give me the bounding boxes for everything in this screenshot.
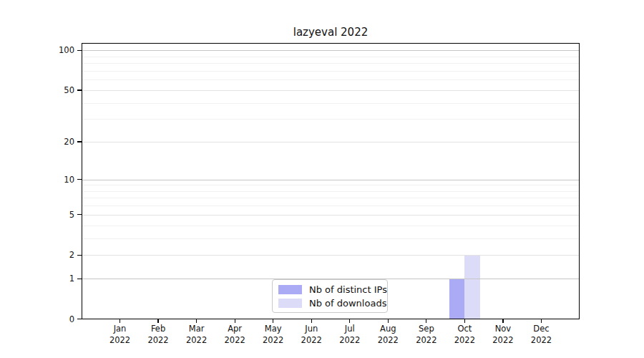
gridline-minor [82, 119, 580, 120]
x-tick-mark [388, 319, 389, 323]
y-tick-mark [77, 279, 82, 279]
x-tick-label: May 2022 [263, 323, 283, 346]
x-tick-label: Jul 2022 [339, 323, 360, 346]
x-tick-mark [119, 319, 120, 323]
y-tick-mark [77, 179, 82, 180]
bar-nb-of-distinct-ips [449, 279, 464, 319]
y-tick-label: 0 [40, 314, 74, 324]
gridline-minor [82, 63, 580, 64]
y-tick-mark [77, 214, 82, 215]
x-tick-label: Aug 2022 [378, 323, 399, 346]
gridline [82, 255, 580, 256]
gridline-minor [82, 238, 580, 239]
x-tick-label: Oct 2022 [454, 323, 475, 346]
legend-swatch-downloads [278, 299, 302, 308]
y-tick-label: 100 [40, 45, 74, 55]
gridline-minor [82, 185, 580, 185]
gridline-minor [82, 79, 580, 80]
y-tick-label: 5 [40, 210, 74, 220]
gridline-minor [82, 57, 580, 57]
y-tick-label: 50 [40, 85, 74, 95]
y-tick-label: 20 [40, 137, 74, 147]
plot-border [82, 43, 580, 319]
x-tick-mark [196, 319, 197, 323]
x-tick-mark [426, 319, 426, 323]
y-tick-mark [77, 90, 82, 90]
legend-item-distinct-ips: Nb of distinct IPs [278, 284, 381, 295]
bar-nb-of-downloads [464, 255, 479, 319]
x-tick-label: Jan 2022 [109, 323, 130, 346]
legend-label-downloads: Nb of downloads [309, 298, 386, 309]
x-tick-label: Jun 2022 [301, 323, 322, 346]
legend: Nb of distinct IPs Nb of downloads [272, 279, 388, 313]
gridline [82, 142, 580, 142]
y-tick-mark [77, 50, 82, 51]
x-tick-mark [235, 319, 235, 323]
gridline-minor [82, 198, 580, 198]
chart-title: lazyeval 2022 [82, 26, 580, 39]
legend-swatch-distinct-ips [278, 285, 302, 294]
legend-item-downloads: Nb of downloads [278, 298, 381, 309]
x-tick-label: Apr 2022 [225, 323, 245, 346]
gridline-minor [82, 205, 580, 206]
x-tick-mark [273, 319, 273, 323]
x-tick-mark [502, 319, 503, 323]
gridline-minor [82, 103, 580, 104]
x-tick-label: Feb 2022 [147, 323, 168, 346]
x-tick-label: Dec 2022 [531, 323, 552, 346]
gridline-minor [82, 71, 580, 72]
x-tick-mark [311, 319, 312, 323]
x-tick-mark [157, 319, 158, 323]
gridline-minor [82, 191, 580, 192]
gridline [82, 215, 580, 216]
y-tick-label: 10 [40, 175, 74, 185]
gridline [82, 90, 580, 91]
chart-figure: lazyeval 2022 Nb of distinct IPs Nb of d… [0, 0, 644, 358]
x-tick-label: Mar 2022 [186, 323, 207, 346]
y-tick-label: 2 [40, 250, 74, 260]
x-tick-mark [541, 319, 542, 323]
x-tick-mark [464, 319, 465, 323]
x-tick-label: Nov 2022 [492, 323, 513, 346]
gridline [82, 50, 580, 51]
y-tick-label: 1 [40, 274, 74, 284]
y-tick-mark [77, 141, 82, 142]
legend-label-distinct-ips: Nb of distinct IPs [309, 284, 387, 295]
y-tick-mark [77, 319, 82, 319]
gridline [82, 180, 580, 180]
x-tick-mark [349, 319, 350, 323]
gridline-minor [82, 226, 580, 226]
x-tick-label: Sep 2022 [416, 323, 436, 346]
y-tick-mark [77, 255, 82, 256]
